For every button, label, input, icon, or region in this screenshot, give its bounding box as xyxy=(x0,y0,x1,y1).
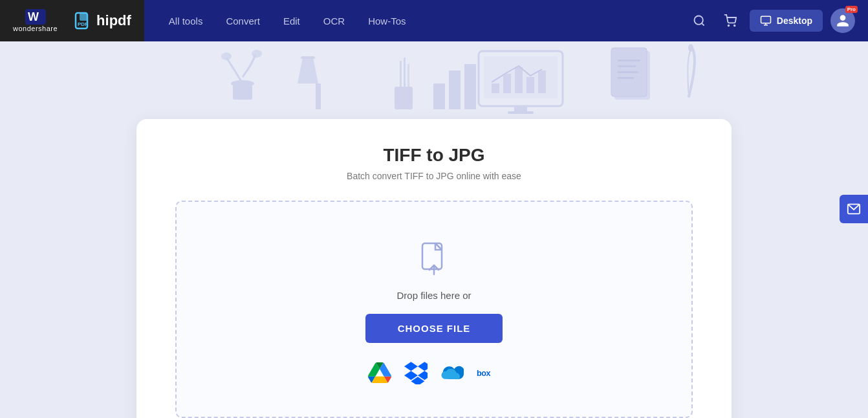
svg-line-6 xyxy=(702,23,704,26)
pro-badge: Pro xyxy=(845,6,858,13)
box-icon[interactable]: box xyxy=(477,361,500,384)
floating-email-button[interactable] xyxy=(840,195,868,223)
navbar: W wondershare PDF hipdf All tools Conver… xyxy=(0,0,868,41)
user-avatar-wrap[interactable]: Pro xyxy=(830,8,855,33)
svg-point-7 xyxy=(728,25,729,27)
email-icon xyxy=(847,202,861,216)
desktop-icon xyxy=(760,15,772,27)
google-drive-icon[interactable] xyxy=(368,361,391,384)
hipdf-label: hipdf xyxy=(96,12,131,29)
upload-icon xyxy=(416,241,452,277)
search-button[interactable] xyxy=(688,9,711,32)
onedrive-icon[interactable] xyxy=(440,361,464,384)
cloud-sources: box xyxy=(368,361,500,384)
nav-edit[interactable]: Edit xyxy=(272,0,312,41)
main-card: TIFF to JPG Batch convert TIFF to JPG on… xyxy=(136,119,732,418)
drop-zone[interactable]: Drop files here or CHOOSE FILE xyxy=(175,201,693,418)
choose-file-button[interactable]: CHOOSE FILE xyxy=(365,314,503,343)
nav-convert[interactable]: Convert xyxy=(214,0,272,41)
svg-point-8 xyxy=(734,25,735,27)
wondershare-logo: W wondershare xyxy=(13,9,58,32)
wondershare-name: wondershare xyxy=(13,25,58,32)
user-icon xyxy=(836,14,850,28)
drop-text: Drop files here or xyxy=(396,290,471,301)
desktop-button[interactable]: Desktop xyxy=(750,10,823,32)
desktop-btn-label: Desktop xyxy=(777,16,812,26)
hipdf-icon: PDF xyxy=(74,12,92,30)
svg-rect-9 xyxy=(761,16,770,23)
cart-icon xyxy=(724,14,737,27)
page-subtitle: Batch convert TIFF to JPG online with ea… xyxy=(175,171,693,181)
svg-point-5 xyxy=(694,16,702,25)
nav-how-tos[interactable]: How-Tos xyxy=(356,0,417,41)
nav-actions: Desktop Pro xyxy=(688,8,868,33)
svg-point-40 xyxy=(688,44,693,52)
hero-section: TIFF to JPG Batch convert TIFF to JPG on… xyxy=(0,41,868,418)
upload-icon-wrap xyxy=(416,241,452,280)
hipdf-logo[interactable]: PDF hipdf xyxy=(64,12,131,30)
nav-ocr[interactable]: OCR xyxy=(312,0,356,41)
nav-links: All tools Convert Edit OCR How-Tos xyxy=(157,0,418,41)
page-title: TIFF to JPG xyxy=(175,145,693,166)
svg-rect-3 xyxy=(80,13,87,21)
svg-text:PDF: PDF xyxy=(78,21,88,27)
brand-area: W wondershare PDF hipdf xyxy=(0,0,144,41)
svg-text:box: box xyxy=(477,369,490,378)
cart-button[interactable] xyxy=(719,9,742,32)
dropbox-icon[interactable] xyxy=(404,361,428,384)
search-icon xyxy=(693,14,706,27)
ws-icon: W xyxy=(25,9,46,25)
svg-text:W: W xyxy=(28,10,39,23)
nav-all-tools[interactable]: All tools xyxy=(157,0,215,41)
